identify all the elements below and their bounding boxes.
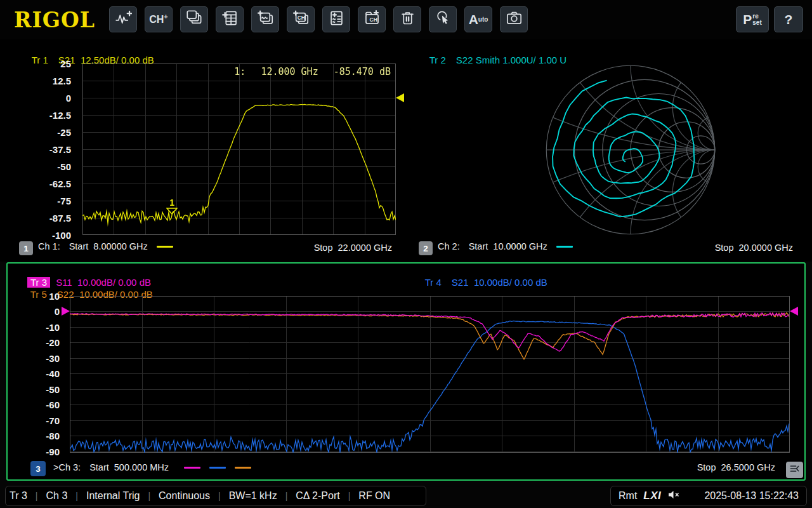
channel-add-icon: CH (149, 14, 164, 25)
status-separator: | (148, 491, 150, 501)
ch1-footer: 1 Ch 1: Start 8.00000 GHz Stop 22.0000 G… (0, 241, 406, 257)
marker-readout-ch1: 1: 12.000 GHz -85.470 dB (234, 66, 391, 77)
trace-window-add-icon (257, 10, 274, 29)
trace-add-button[interactable] (109, 6, 137, 32)
trash-icon (399, 10, 416, 29)
measure-table-add-button[interactable] (216, 6, 244, 32)
status-separator: | (285, 491, 288, 501)
trace4-header[interactable]: Tr 4S21 10.00dB/ 0.00 dB (409, 266, 547, 298)
y-tick-label: 10 (49, 291, 60, 302)
y-tick-label: 0 (66, 93, 71, 104)
plot-ch1: 1: 12.000 GHz -85.470 dB 1 (82, 64, 396, 235)
window-layout-icon (186, 10, 203, 29)
y-tick-label: -30 (46, 352, 60, 363)
status-item[interactable]: Continuous (159, 490, 210, 502)
y-tick-label: -100 (52, 230, 71, 241)
status-separator: | (348, 491, 351, 501)
ch3-label: >Ch 3: (53, 462, 81, 472)
auto-scale-button[interactable]: Auto (464, 6, 492, 32)
status-item[interactable]: Ch 3 (46, 490, 68, 502)
ch3-start[interactable]: Start 500.000 MHz (89, 462, 169, 472)
status-separator: | (218, 491, 221, 501)
screenshot-button[interactable] (500, 6, 528, 32)
touch-button[interactable] (429, 6, 457, 32)
delete-button[interactable] (393, 6, 421, 32)
y-tick-label: -60 (46, 399, 60, 410)
ch2-badge[interactable]: 2 (419, 241, 433, 255)
y-tick-label: -87.5 (49, 213, 71, 224)
status-separator: | (36, 491, 38, 501)
y-tick-label: 12.5 (53, 76, 71, 86)
ch2-label: Ch 2: (438, 241, 460, 251)
plot-ch3 (70, 296, 790, 453)
lxi-logo: LXI (643, 490, 661, 502)
ch1-badge[interactable]: 1 (19, 241, 33, 255)
status-item[interactable]: CΔ 2-Port (296, 490, 339, 502)
y-tick-label: 25 (60, 58, 71, 69)
y-tick-label: -50 (46, 384, 60, 394)
panel-menu-button[interactable] (786, 462, 803, 478)
help-icon: ? (785, 12, 793, 27)
ch3-ref-level-arrow-left[interactable] (62, 307, 70, 316)
camera-icon (506, 10, 523, 29)
y-tick-label: -12.5 (49, 110, 71, 121)
channel3-panel[interactable]: Tr 3S11 10.00dB/ 0.00 dB Tr 4S21 10.00dB… (6, 262, 806, 481)
status-bar: Tr 3|Ch 3|Internal Trig|Continuous|BW=1 … (0, 484, 812, 508)
channel1-panel: Tr 1S21 12.50dB/ 0.00 dB 2512.50-12.5-25… (0, 39, 406, 262)
channel-window-add-icon: CH (292, 10, 310, 29)
trace2-legend-line (556, 246, 573, 248)
canvas-ch3[interactable] (70, 296, 790, 453)
y-tick-label: -20 (46, 337, 60, 348)
menu-collapse-icon (789, 464, 800, 476)
marker-1[interactable]: 1 (166, 198, 178, 215)
ch1-start[interactable]: Start 8.00000 GHz (69, 241, 148, 251)
status-item[interactable]: RF ON (358, 490, 390, 502)
ch3-stop[interactable]: Stop 26.5000 GHz (697, 462, 775, 472)
status-right: Rmt LXI 2025-08-13 15:22:43 (610, 486, 807, 506)
ch2-start[interactable]: Start 10.0000 GHz (469, 241, 547, 251)
channel-add-button[interactable]: CH+ (145, 6, 173, 32)
ch3-ref-level-arrow-right[interactable] (790, 307, 798, 316)
auto-scale-icon: A (469, 12, 478, 27)
channel-folder-add-button[interactable]: CH (358, 6, 386, 32)
canvas-ch1[interactable] (82, 64, 396, 235)
ch1-label: Ch 1: (38, 241, 60, 251)
status-item[interactable]: BW=1 kHz (229, 490, 277, 502)
y-tick-label: -75 (57, 196, 71, 206)
clock[interactable]: 2025-08-13 15:22:43 (704, 490, 799, 502)
channel-window-add-button[interactable]: CH (287, 6, 315, 32)
preset-button[interactable]: Preset (736, 6, 769, 32)
ch3-footer: 3 >Ch 3: Start 500.000 MHz Stop 26.5000 … (8, 461, 804, 476)
y-tick-label: -50 (57, 161, 71, 172)
mute-icon[interactable] (667, 490, 681, 502)
help-button[interactable]: ? (774, 6, 803, 32)
channel-folder-add-icon: CH (363, 10, 381, 29)
status-item[interactable]: Tr 3 (10, 490, 27, 502)
y-tick-label: 0 (55, 306, 60, 317)
status-item[interactable]: Internal Trig (86, 490, 140, 502)
ch2-stop[interactable]: Stop 20.0000 GHz (715, 243, 793, 253)
ch3-badge[interactable]: 3 (30, 461, 46, 476)
y-tick-label: -70 (46, 415, 60, 425)
rigol-logo: RIGOL (8, 5, 102, 34)
svg-text:CH: CH (369, 17, 377, 23)
y-tick-label: -37.5 (49, 144, 71, 155)
meas-list-add-icon (328, 10, 345, 29)
ch1-ref-level-arrow[interactable] (396, 93, 404, 102)
channel2-panel: Tr 2S22 Smith 1.000U/ 1.00 U 2 Ch 2: Sta… (406, 39, 812, 262)
yaxis-ch1: 2512.50-12.5-25-37.5-50-62.5-75-87.5-100 (0, 64, 77, 235)
vna-screen: RIGOL CH+ CH CH Auto (0, 0, 812, 508)
y-tick-label: -10 (46, 321, 60, 332)
y-tick-label: -40 (46, 368, 60, 379)
measure-table-add-icon (221, 10, 239, 29)
remote-indicator: Rmt (619, 490, 637, 502)
trace1-legend-line (157, 246, 173, 248)
smith-ch2[interactable] (538, 57, 723, 243)
ch1-stop[interactable]: Stop 22.0000 GHz (314, 243, 392, 253)
y-tick-label: -90 (46, 446, 60, 457)
trace3-legend-line (184, 467, 200, 469)
meas-list-add-button[interactable] (322, 6, 350, 32)
trace-window-add-button[interactable] (251, 6, 279, 32)
touch-icon (435, 10, 452, 29)
window-layout-button[interactable] (180, 6, 208, 32)
